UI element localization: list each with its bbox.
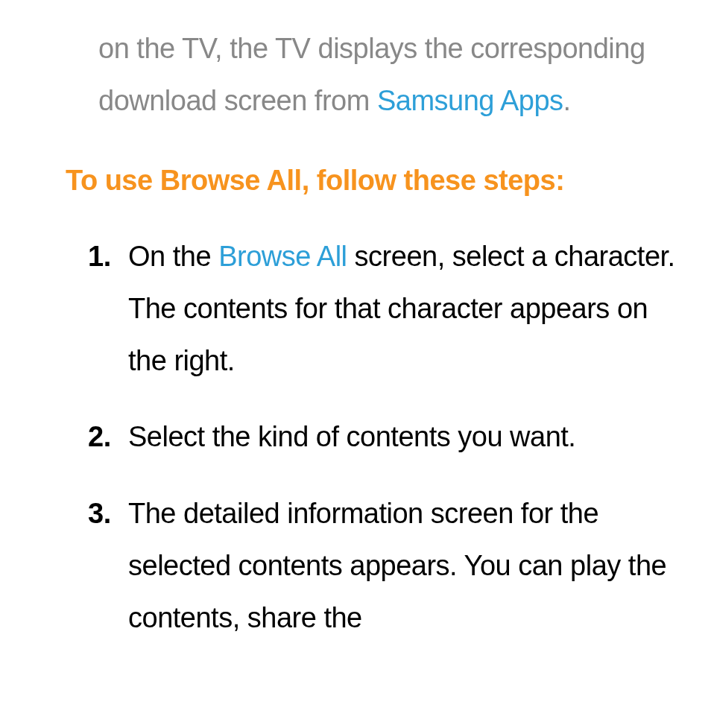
- intro-paragraph: on the TV, the TV displays the correspon…: [98, 22, 681, 127]
- intro-text-after: .: [563, 85, 571, 116]
- document-content: on the TV, the TV displays the correspon…: [0, 0, 711, 645]
- samsung-apps-link[interactable]: Samsung Apps: [377, 85, 563, 116]
- step-text-before: Select the kind of contents you want.: [128, 421, 575, 452]
- list-item: 1. On the Browse All screen, select a ch…: [75, 230, 681, 387]
- step-text-before: On the: [128, 241, 218, 272]
- list-item: 2. Select the kind of contents you want.: [75, 411, 681, 463]
- step-text-before: The detailed information screen for the …: [128, 498, 666, 634]
- step-number: 3.: [88, 487, 111, 539]
- section-heading: To use Browse All, follow these steps:: [66, 165, 681, 197]
- step-number: 1.: [88, 230, 111, 282]
- step-number: 2.: [88, 411, 111, 463]
- browse-all-link[interactable]: Browse All: [218, 241, 347, 272]
- steps-list: 1. On the Browse All screen, select a ch…: [75, 230, 681, 645]
- list-item: 3. The detailed information screen for t…: [75, 487, 681, 645]
